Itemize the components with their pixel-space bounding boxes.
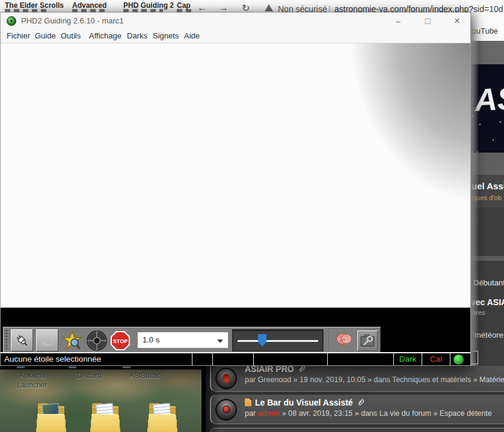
status-cal-indicator: Cal — [423, 354, 449, 364]
phd2-logo-icon — [7, 16, 16, 26]
topic-meta: par Greenood » 19 nov. 2019, 10:05 » dan… — [245, 376, 504, 384]
phd2-toolbar: STOP 1.0 s — [3, 327, 381, 353]
status-separator — [422, 353, 422, 365]
bookmark-youtube[interactable]: YouTube — [471, 26, 498, 35]
star-magnifier-icon — [62, 330, 82, 351]
folder-front — [147, 414, 178, 432]
stop-label: STOP — [113, 338, 128, 344]
usb-plug-icon — [14, 333, 30, 348]
menu-affichage[interactable]: Affichage — [89, 31, 121, 40]
desktop-icon-label-asistudio[interactable]: ASIStudio — [120, 371, 170, 381]
topic-title[interactable]: Le Bar du Visuel Assisté — [245, 398, 365, 407]
page-band — [471, 175, 504, 207]
topic-row-asiair[interactable]: ASIAIR PRO par Greenood » 19 nov. 2019, … — [210, 366, 504, 392]
forum-topic-list: ASIAIR PRO par Greenood » 19 nov. 2019, … — [201, 366, 504, 432]
stop-button[interactable]: STOP — [109, 330, 131, 351]
folder-icon[interactable] — [35, 402, 67, 432]
icon-remnant — [123, 367, 131, 368]
menu-signets[interactable]: Signets — [153, 31, 179, 40]
brain-settings-button[interactable] — [334, 330, 354, 350]
topic-row-bar-visuel[interactable]: Le Bar du Visuel Assisté par admin » 08 … — [210, 395, 504, 424]
topic-flame-icon — [215, 368, 237, 389]
phd2-status-bar: Aucune étoile selectionnée Dark Cal — [1, 352, 470, 365]
topic-fragment[interactable]: vec ASIAI — [471, 297, 504, 307]
led-status-icon — [453, 354, 464, 365]
toolbar-grip[interactable] — [5, 330, 7, 350]
icon-remnant — [69, 367, 76, 368]
paperclip-icon — [357, 398, 365, 407]
brain-icon — [334, 330, 354, 350]
tab-elder-scrolls[interactable]: The Elder Scrolls — [5, 1, 64, 10]
exposure-slider[interactable] — [232, 329, 324, 351]
menu-guide[interactable]: Guide — [35, 31, 56, 40]
author-link[interactable]: Greenood — [258, 376, 292, 384]
bookmarks-bar: YouTube — [471, 16, 504, 41]
meta-prefix: par — [245, 409, 258, 418]
topic-subfragment: ares — [472, 309, 485, 316]
page-icon — [245, 398, 251, 406]
desktop: Ankama Launcher Discord ASIStudio — [0, 366, 201, 432]
tab-phd-guiding[interactable]: PHD Guiding 2 — [123, 1, 174, 10]
browser-page-right: YouTube AS uel Assi iques d'ob Débutant … — [471, 16, 504, 366]
topic-title-text[interactable]: Le Bar du Visuel Assisté — [255, 398, 353, 407]
author-link[interactable]: admin — [258, 409, 280, 418]
menu-aide[interactable]: Aide — [184, 31, 200, 40]
camera-wrench-icon — [360, 333, 375, 348]
camera-settings-button[interactable] — [357, 330, 378, 351]
topic-meta: par admin » 08 avr. 2019, 23:15 » dans L… — [245, 409, 492, 418]
meta-text: » 08 avr. 2019, 23:15 » dans La vie du f… — [280, 409, 491, 418]
status-separator — [253, 353, 254, 365]
category-fragment[interactable]: Débutant — [473, 278, 504, 287]
folder-icon[interactable] — [146, 402, 179, 432]
window-title: PHD2 Guiding 2.6.10 - marc1 — [21, 16, 124, 25]
menu-fichier[interactable]: Fichier — [7, 31, 30, 40]
minimize-button[interactable]: – — [390, 14, 407, 28]
guide-button[interactable] — [85, 329, 108, 352]
page-band — [471, 41, 504, 64]
exposure-value: 1.0 s — [143, 335, 159, 344]
desktop-icon-label-discord[interactable]: Discord — [64, 371, 114, 381]
folder-front — [36, 414, 67, 432]
menu-outils[interactable]: Outils — [61, 31, 81, 40]
status-dark-indicator: Dark — [395, 354, 421, 364]
guide-camera-canvas[interactable] — [1, 43, 470, 308]
topic-row-partial[interactable] — [210, 428, 504, 432]
connect-equipment-button[interactable] — [11, 329, 33, 351]
heading-fragment: uel Assi — [472, 181, 504, 191]
banner-text: AS — [473, 80, 504, 118]
topic-fragment-meteores[interactable]: météores — [475, 330, 504, 339]
auto-select-star-button[interactable] — [60, 329, 84, 353]
status-separator — [450, 353, 450, 365]
slider-thumb[interactable] — [258, 334, 266, 347]
page-band — [471, 153, 504, 175]
topic-title[interactable]: ASIAIR PRO — [245, 366, 306, 374]
tab-cap[interactable]: Cap — [177, 1, 191, 10]
folder-icon[interactable] — [89, 402, 121, 432]
folder-front — [90, 414, 121, 432]
close-button[interactable]: × — [449, 14, 466, 28]
status-separator — [393, 353, 394, 365]
exposure-select[interactable]: 1.0 s — [137, 332, 229, 348]
maximize-button[interactable]: □ — [419, 14, 436, 28]
menu-darks[interactable]: Darks — [127, 31, 147, 40]
desktop-top-strip — [0, 366, 201, 370]
status-separator — [212, 353, 213, 365]
paperclip-icon — [298, 366, 306, 373]
phd2-title-bar[interactable]: PHD2 Guiding 2.6.10 - marc1 – □ × — [1, 13, 470, 29]
status-separator — [327, 353, 328, 365]
chevron-down-icon — [217, 339, 223, 343]
loop-icon — [40, 333, 55, 348]
row-divider — [471, 256, 504, 261]
outlined-box-remnant — [471, 351, 478, 364]
screen: The Elder Scrolls Advanced PHD Guiding 2… — [0, 0, 504, 432]
topic-title-text[interactable]: ASIAIR PRO — [245, 366, 294, 374]
loop-exposure-button[interactable] — [36, 329, 58, 351]
tab-advanced[interactable]: Advanced — [72, 1, 106, 10]
warning-icon — [265, 4, 273, 11]
stars-decor — [472, 115, 473, 117]
icon-remnant — [17, 367, 25, 368]
subheading-fragment: iques d'ob — [472, 194, 502, 201]
desktop-icon-label-ankama[interactable]: Ankama Launcher — [7, 371, 57, 390]
topic-dot-icon — [215, 399, 237, 421]
meta-prefix: par — [245, 376, 258, 384]
